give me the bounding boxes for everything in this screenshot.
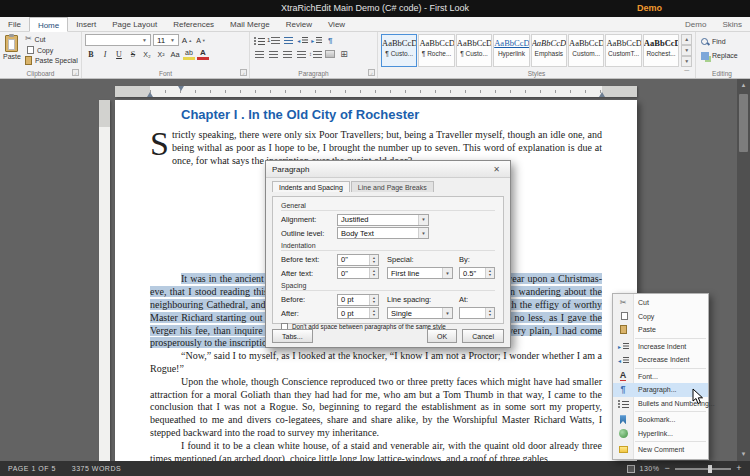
superscript-button[interactable]: X²: [155, 48, 167, 60]
justify-button[interactable]: [295, 48, 307, 60]
page-indicator[interactable]: PAGE 1 OF 5: [8, 465, 56, 472]
show-marks-button[interactable]: ¶: [324, 34, 336, 46]
tab-home[interactable]: Home: [29, 17, 68, 32]
cancel-button[interactable]: Cancel: [462, 329, 504, 343]
style-item[interactable]: AaBbCcDd Hyperlink: [493, 34, 529, 67]
clipboard-dialog-launcher[interactable]: ⌟: [72, 69, 79, 76]
spacing-after-spinner[interactable]: 0 pt▲▼: [337, 307, 379, 319]
first-line-indent-marker[interactable]: [178, 86, 184, 91]
alignment-dropdown[interactable]: Justified▼: [337, 214, 429, 226]
zoom-slider[interactable]: [675, 468, 731, 470]
paste-button[interactable]: Paste: [3, 34, 21, 67]
style-item[interactable]: AaBbCcDd ¶ Custo...: [456, 34, 492, 67]
menu-item-hyperlink[interactable]: Hyperlink...: [613, 427, 708, 441]
vertical-scrollbar[interactable]: ▲ ▼: [737, 79, 750, 461]
tab-skins[interactable]: Skins: [714, 17, 750, 31]
menu-item-increase-indent[interactable]: Increase Indent: [613, 340, 708, 354]
spinner-arrows[interactable]: ▲▼: [369, 308, 378, 318]
dialog-titlebar[interactable]: Paragraph ✕: [266, 161, 510, 178]
multilevel-list-button[interactable]: [282, 34, 294, 46]
spinner-arrows[interactable]: ▲▼: [485, 308, 494, 318]
highlight-color-button[interactable]: ab: [183, 48, 195, 60]
style-item[interactable]: AaBbCcDd ¶ Custo...: [381, 34, 417, 67]
menu-item-cut[interactable]: ✂Cut: [613, 296, 708, 310]
tab-demo[interactable]: Demo: [677, 17, 714, 31]
style-item[interactable]: AaBbCcDd ¶ Roche...: [418, 34, 454, 67]
outline-level-dropdown[interactable]: Body Text▼: [337, 227, 429, 239]
font-name-combo[interactable]: ▼: [85, 34, 151, 46]
tabs-button[interactable]: Tabs...: [272, 329, 313, 343]
line-spacing-button[interactable]: ↕: [309, 48, 322, 60]
italic-button[interactable]: I: [99, 48, 111, 60]
scroll-up-arrow[interactable]: ▲: [737, 79, 750, 92]
zoom-out-button[interactable]: −: [664, 464, 670, 473]
style-item[interactable]: AaBbCcDd Custom...: [568, 34, 604, 67]
spinner-arrows[interactable]: ▲▼: [369, 255, 378, 265]
at-spinner[interactable]: ▲▼: [459, 307, 495, 319]
zoom-dialog-icon[interactable]: [627, 465, 635, 473]
line-spacing-dropdown[interactable]: Single▼: [387, 307, 453, 319]
before-text-spinner[interactable]: 0"▲▼: [337, 254, 379, 266]
change-case-button[interactable]: Aa: [169, 48, 181, 60]
by-spinner[interactable]: 0.5"▲▼: [459, 267, 495, 279]
word-count[interactable]: 3375 WORDS: [72, 465, 121, 472]
scroll-down-arrow[interactable]: ▼: [737, 448, 750, 461]
tab-references[interactable]: References: [165, 17, 222, 31]
copy-button[interactable]: Copy: [23, 45, 80, 56]
grow-font-button[interactable]: A▲: [181, 34, 193, 46]
style-item[interactable]: AaBbCcDd CustomT...: [605, 34, 641, 67]
style-item[interactable]: AaBbCcDd Emphasis: [531, 34, 567, 67]
subscript-button[interactable]: X₂: [141, 48, 153, 60]
style-item[interactable]: AaBbCcDd Rochest...: [643, 34, 679, 67]
font-size-combo[interactable]: 11▼: [153, 34, 179, 46]
shading-button[interactable]: [324, 48, 336, 60]
bold-button[interactable]: B: [85, 48, 97, 60]
tab-indents-and-spacing[interactable]: Indents and Spacing: [272, 181, 350, 192]
gallery-more-button[interactable]: ▼—: [681, 56, 692, 67]
decrease-indent-button[interactable]: [296, 34, 308, 46]
menu-item-decrease-indent[interactable]: Decrease Indent: [613, 353, 708, 367]
close-icon[interactable]: ✕: [489, 165, 504, 174]
menu-item-paste[interactable]: Paste: [613, 323, 708, 337]
spinner-arrows[interactable]: ▲▼: [369, 268, 378, 278]
numbering-button[interactable]: 1: [267, 34, 280, 46]
tab-view[interactable]: View: [320, 17, 353, 31]
bullets-button[interactable]: [253, 34, 265, 46]
font-color-button[interactable]: A: [197, 48, 209, 60]
paste-special-button[interactable]: Paste Special: [23, 55, 80, 66]
spacing-before-spinner[interactable]: 0 pt▲▼: [337, 294, 379, 306]
strikethrough-button[interactable]: S: [127, 48, 139, 60]
cut-button[interactable]: ✂ Cut: [23, 34, 80, 45]
menu-item-copy[interactable]: Copy: [613, 310, 708, 324]
scrollbar-thumb[interactable]: [739, 94, 748, 152]
special-dropdown[interactable]: First line▼: [387, 267, 453, 279]
ok-button[interactable]: OK: [427, 329, 457, 343]
gallery-scroll-up-button[interactable]: ▲: [681, 34, 692, 45]
horizontal-ruler[interactable]: [115, 86, 637, 97]
paragraph-dialog-launcher[interactable]: ⌟: [368, 69, 375, 76]
align-right-button[interactable]: [281, 48, 293, 60]
tab-mail-merge[interactable]: Mail Merge: [222, 17, 278, 31]
tab-insert[interactable]: Insert: [68, 17, 104, 31]
zoom-in-button[interactable]: +: [736, 464, 742, 473]
borders-button[interactable]: ⊞: [338, 48, 350, 60]
find-button[interactable]: Find: [699, 36, 745, 47]
tab-file[interactable]: File: [0, 17, 29, 31]
align-center-button[interactable]: [267, 48, 279, 60]
tab-page-layout[interactable]: Page Layout: [104, 17, 165, 31]
replace-button[interactable]: Replace: [699, 50, 745, 61]
align-left-button[interactable]: [253, 48, 265, 60]
shrink-font-button[interactable]: A▼: [195, 34, 207, 46]
vertical-ruler[interactable]: [99, 100, 110, 461]
font-dialog-launcher[interactable]: ⌟: [240, 69, 247, 76]
zoom-slider-thumb[interactable]: [708, 465, 712, 473]
spinner-arrows[interactable]: ▲▼: [369, 295, 378, 305]
menu-item-font[interactable]: AFont...: [613, 370, 708, 384]
increase-indent-button[interactable]: [310, 34, 322, 46]
right-indent-marker[interactable]: [599, 92, 605, 97]
menu-item-new-comment[interactable]: New Comment: [613, 443, 708, 457]
after-text-spinner[interactable]: 0"▲▼: [337, 267, 379, 279]
spinner-arrows[interactable]: ▲▼: [485, 268, 494, 278]
demo-badge[interactable]: Demo: [637, 3, 662, 13]
gallery-scroll-down-button[interactable]: ▼: [681, 45, 692, 56]
